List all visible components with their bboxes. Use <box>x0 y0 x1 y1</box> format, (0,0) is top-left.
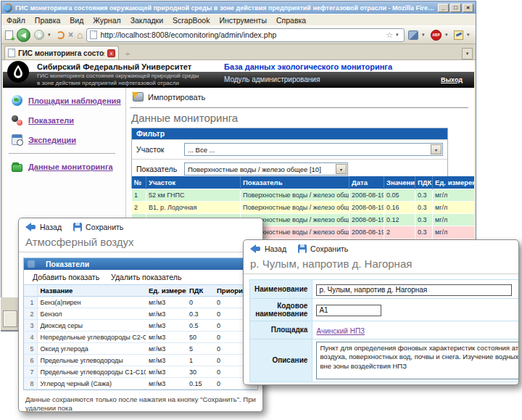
minimize-button[interactable]: _ <box>438 4 449 12</box>
table-cell: 2008-08-19 <box>349 226 384 239</box>
scrapbook-dropdown-icon[interactable]: ▾ <box>422 32 427 38</box>
globe-icon <box>12 95 22 106</box>
menu-item-4[interactable]: Журнал <box>93 16 120 25</box>
indicator-row[interactable]: 4Непредельные углеводороды С2-С5мг/м3500 <box>24 332 259 343</box>
back-icon <box>25 223 36 231</box>
indicators-panel: Показатели Добавить показать Удалить пок… <box>23 258 258 390</box>
indicator-cell: мг/м3 <box>146 343 186 355</box>
indicator-cell: Диоксид серы <box>37 320 146 332</box>
history-dropdown-icon[interactable]: ▾ <box>48 32 53 38</box>
indicator-cell: Углерод черный (Сажа) <box>37 378 146 390</box>
sidebar-item[interactable]: Показатели <box>3 110 125 130</box>
close-button[interactable]: × <box>463 4 473 12</box>
module-label: Модуль администрирования <box>224 75 320 83</box>
column-header: Дата <box>349 176 384 189</box>
save-icon <box>298 244 307 253</box>
column-header: Значение <box>384 176 415 189</box>
new-tab-page-icon[interactable] <box>5 30 13 40</box>
scrapbook-icon[interactable] <box>408 30 418 40</box>
filter-row-site: Участок ... Все ... ▾ <box>132 139 447 159</box>
adblock-dropdown-icon[interactable]: ▾ <box>445 32 450 38</box>
folder-icon <box>12 164 22 172</box>
table-row[interactable]: 2В1, р. ЛодочнаяПоверхностные воды / жел… <box>132 202 475 214</box>
sidebar-item-label[interactable]: Площадки наблюдения <box>28 96 121 105</box>
stop-icon[interactable]: × <box>68 30 73 39</box>
site-select-dropdown-icon[interactable]: ▾ <box>431 144 442 155</box>
reload-icon[interactable] <box>57 31 65 39</box>
menu-item-7[interactable]: Инструменты <box>219 16 266 25</box>
sidebar-item[interactable]: Данные мониторинга <box>3 157 125 176</box>
table-cell: 0.16 <box>384 202 415 214</box>
indicator-cell: 0.5 <box>186 320 214 332</box>
indicator-cell: Бензол <box>37 308 146 320</box>
adblock-icon[interactable]: ABP <box>431 30 442 41</box>
sidebar-item-label[interactable]: Данные мониторинга <box>28 162 113 171</box>
url-bar[interactable]: http://localhost:8008/ecomonitoring/admi… <box>86 28 405 42</box>
tab-list-button[interactable]: ▾ <box>462 48 473 59</box>
indicator-row[interactable]: 7Предельные углеводороды С1-С10мг/м3300 <box>24 366 259 378</box>
back-button[interactable] <box>17 28 30 42</box>
extension-dropdown-icon[interactable]: ▾ <box>467 32 472 38</box>
tab-active[interactable]: ГИС мониторинга состояния окр... x <box>4 46 119 59</box>
indicator-cell: 50 <box>186 332 214 343</box>
menu-item-2[interactable]: Правка <box>35 16 60 25</box>
indicator-row[interactable]: 3Диоксид серымг/м30.50 <box>24 320 259 332</box>
extension-icon[interactable] <box>454 30 463 40</box>
indicator-row[interactable]: 6Предельные углеводородымг/м310 <box>24 355 259 366</box>
url-text[interactable]: http://localhost:8008/ecomonitoring/admi… <box>100 30 383 39</box>
firefox-icon <box>4 4 12 12</box>
tab-close-icon[interactable]: x <box>107 49 115 57</box>
save-toolbar-button-left[interactable]: Сохранить <box>73 223 123 231</box>
maximize-button[interactable]: □ <box>450 4 461 12</box>
back-label: Назад <box>265 244 286 253</box>
bookmark-star-icon[interactable]: ☆ <box>386 30 393 40</box>
menu-item-3[interactable]: Вид <box>70 16 83 25</box>
menu-item-6[interactable]: ScrapBook <box>173 16 210 25</box>
sidebar-item[interactable]: Площадки наблюдения <box>3 91 125 110</box>
dialog-toolbar-left: Назад Сохранить <box>19 218 262 234</box>
menu-item-8[interactable]: Справка <box>276 16 306 25</box>
new-tab-button[interactable]: ÷ <box>121 49 134 59</box>
save-toolbar-button-right[interactable]: Сохранить <box>298 244 348 253</box>
table-row[interactable]: 152 км ГНПСПоверхностные воды / железо о… <box>132 189 475 202</box>
site-select[interactable]: ... Все ... ▾ <box>184 143 443 156</box>
code-input[interactable] <box>316 305 381 316</box>
menu-item-1[interactable]: Файл <box>7 16 25 25</box>
indicator-select-dropdown-icon[interactable]: ▾ <box>336 164 347 174</box>
indicator-cell: 5 <box>24 343 37 355</box>
table-cell: 0.3 <box>415 202 433 214</box>
back-button-left[interactable]: Назад <box>25 223 62 231</box>
forward-button[interactable] <box>34 30 44 40</box>
table-cell: 2 <box>132 202 146 214</box>
indicator-row[interactable]: 5Оксид углеродамг/м350 <box>24 343 259 355</box>
table-cell: 2008-08-19 <box>349 202 384 214</box>
indicator-select[interactable]: Поверхностные воды / железо общее [10] ▾ <box>184 162 348 176</box>
sidebar-item[interactable]: Экспедиции <box>3 130 125 149</box>
name-label: Наименование <box>250 280 312 299</box>
sidebar-item-label[interactable]: Показатели <box>28 116 74 125</box>
site-link[interactable]: Ачинский НПЗ <box>316 327 365 335</box>
back-button-right[interactable]: Назад <box>250 244 286 253</box>
table-cell: 0.3 <box>415 226 433 239</box>
description-textarea[interactable]: Пункт для определения фоновых характерис… <box>316 342 519 379</box>
browser-toolbar: ▾ × ⌂ http://localhost:8008/ecomonitorin… <box>1 25 476 44</box>
home-icon[interactable]: ⌂ <box>77 30 83 40</box>
indicator-cell: 0.3 <box>186 308 214 320</box>
name-input[interactable] <box>316 284 512 296</box>
sidebar-item-label[interactable]: Экспедиции <box>28 136 76 144</box>
water-drop-icon <box>10 64 26 80</box>
import-button[interactable]: Импортировать <box>133 92 205 102</box>
indicator-row[interactable]: 8Углерод черный (Сажа)мг/м30.150 <box>24 378 259 390</box>
add-indicator-button[interactable]: Добавить показать <box>33 273 99 281</box>
site-form: Наименование Кодовое наименование Площад… <box>249 279 519 382</box>
exp-icon <box>12 134 22 145</box>
menu-item-5[interactable]: Закладки <box>130 16 163 25</box>
delete-indicator-button[interactable]: Удалить показатель <box>111 273 181 281</box>
indicator-row[interactable]: 2Бензолмг/м30.30 <box>24 308 259 320</box>
save-icon <box>73 223 82 231</box>
column-header: Показатель <box>241 176 349 189</box>
indicator-cell: 1 <box>24 297 37 308</box>
indicator-row[interactable]: 1Бенз(а)пиренмг/м300 <box>24 297 259 308</box>
url-dropdown-icon[interactable]: ▾ <box>396 32 401 38</box>
logout-link[interactable]: Выход <box>441 76 463 83</box>
